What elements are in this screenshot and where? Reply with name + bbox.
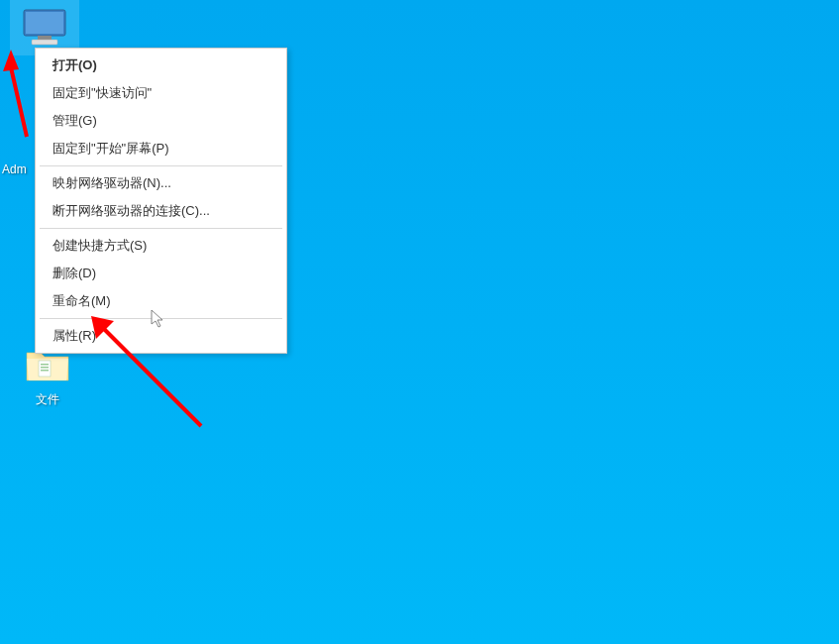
svg-rect-2: [38, 36, 52, 40]
menu-item-rename[interactable]: 重命名(M): [38, 287, 284, 315]
svg-rect-3: [32, 40, 57, 45]
svg-line-9: [11, 67, 27, 137]
annotation-arrow-icon: [0, 48, 40, 151]
menu-item-create-shortcut[interactable]: 创建快捷方式(S): [38, 232, 284, 260]
computer-icon: [21, 4, 68, 52]
menu-item-pin-quick-access[interactable]: 固定到"快速访问": [38, 79, 284, 107]
menu-item-delete[interactable]: 删除(D): [38, 260, 284, 287]
menu-item-pin-start[interactable]: 固定到"开始"屏幕(P): [38, 135, 284, 162]
menu-item-properties[interactable]: 属性(R): [38, 322, 284, 350]
menu-separator: [40, 165, 282, 166]
menu-item-map-network-drive[interactable]: 映射网络驱动器(N)...: [38, 169, 284, 197]
menu-separator: [40, 318, 282, 319]
svg-rect-6: [41, 364, 49, 366]
svg-rect-7: [41, 367, 49, 369]
menu-separator: [40, 228, 282, 229]
desktop-icon-label: 文件: [18, 391, 77, 408]
menu-item-manage[interactable]: 管理(G): [38, 107, 284, 135]
svg-rect-1: [26, 12, 63, 34]
context-menu: 打开(O) 固定到"快速访问" 管理(G) 固定到"开始"屏幕(P) 映射网络驱…: [35, 48, 287, 354]
menu-item-disconnect-network-drive[interactable]: 断开网络驱动器的连接(C)...: [38, 197, 284, 225]
svg-rect-5: [39, 361, 51, 376]
svg-rect-8: [41, 370, 49, 372]
menu-item-open[interactable]: 打开(O): [38, 52, 284, 79]
